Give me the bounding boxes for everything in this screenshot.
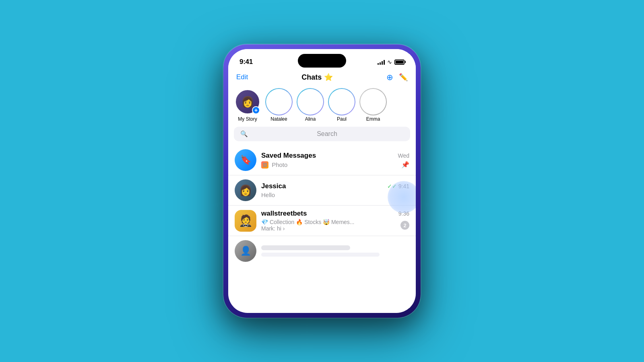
story-avatar-wrap-emma: 👩: [361, 89, 386, 114]
story-name-natalee: Natalee: [270, 116, 287, 122]
chat-name-wallstreetbets: wallstreetbets: [261, 210, 307, 218]
story-avatar-wrap-alina: 👩: [298, 89, 323, 114]
story-avatar-wrap-paul: 👨: [329, 89, 354, 114]
chat-item-partial[interactable]: 👤: [228, 236, 416, 266]
add-story-button[interactable]: ⊕: [386, 72, 393, 82]
chat-item-jessica[interactable]: 👩 Jessica ✓✓ 9:41 Hello: [228, 175, 416, 206]
status-icons: ∿: [378, 59, 405, 65]
chat-preview-jessica: Hello: [261, 191, 409, 198]
story-name-paul: Paul: [337, 116, 347, 122]
chat-time-saved: Wed: [398, 152, 409, 159]
chat-top-wallstreetbets: wallstreetbets 9:36: [261, 210, 409, 218]
header-actions: ⊕ ✏️: [386, 72, 408, 82]
partial-avatar: 👤: [235, 240, 256, 262]
double-checkmark-icon: ✓✓: [387, 183, 397, 189]
chat-list: 🔖 Saved Messages Wed 🖼 Photo 📌: [228, 145, 416, 266]
phone-mockup: 9:41 ∿ Edit Chats ⭐: [223, 44, 421, 318]
search-placeholder: Search: [250, 130, 404, 138]
story-name-emma: Emma: [366, 116, 380, 122]
stories-row: 👩 + My Story 👩‍🦱 Natalee: [228, 86, 416, 127]
story-alina[interactable]: 👩 Alina: [296, 89, 325, 122]
chat-time-wallstreetbets: 9:36: [398, 210, 409, 217]
search-bar[interactable]: 🔍 Search: [234, 127, 410, 141]
wifi-icon: ∿: [387, 59, 392, 65]
story-emma[interactable]: 👩 Emma: [359, 89, 388, 122]
chat-top-jessica: Jessica ✓✓ 9:41: [261, 182, 409, 190]
pin-icon: 📌: [401, 161, 409, 169]
partial-name-placeholder: [261, 245, 350, 250]
story-my-story[interactable]: 👩 + My Story: [233, 89, 262, 122]
chat-top-saved: Saved Messages Wed: [261, 152, 409, 160]
chat-item-wallstreetbets[interactable]: 🤵 wallstreetbets 9:36 💎 Collection 🔥 Sto…: [228, 206, 416, 236]
chat-time-jessica: 9:41: [398, 183, 409, 189]
partial-preview-placeholder: [261, 253, 380, 257]
chat-content-jessica: Jessica ✓✓ 9:41 Hello: [261, 182, 409, 198]
status-bar: 9:41 ∿: [228, 49, 416, 69]
phone-screen: 9:41 ∿ Edit Chats ⭐: [228, 49, 416, 313]
star-icon: ⭐: [324, 73, 333, 82]
search-icon: 🔍: [240, 130, 248, 138]
chat-preview-wallstreetbets: 💎 Collection 🔥 Stocks 🤯 Memes...: [261, 219, 400, 225]
chat-preview-saved: 🖼 Photo: [261, 161, 401, 169]
unread-badge-wallstreetbets: 2: [400, 221, 409, 230]
story-ring-paul: [328, 88, 355, 115]
chats-title: Chats: [301, 73, 322, 82]
story-name-alina: Alina: [305, 116, 316, 122]
header-title-group: Chats ⭐: [301, 73, 333, 82]
story-avatar-wrap-natalee: 👩‍🦱: [266, 89, 291, 114]
add-story-badge: +: [252, 106, 260, 114]
chat-item-saved[interactable]: 🔖 Saved Messages Wed 🖼 Photo 📌: [228, 145, 416, 175]
photo-thumbnail: 🖼: [261, 161, 268, 169]
story-ring-natalee: [265, 88, 293, 115]
bookmark-icon: 🔖: [240, 155, 251, 165]
chat-name-jessica: Jessica: [261, 182, 286, 190]
chat-bottom-saved: 🖼 Photo 📌: [261, 161, 409, 169]
chat-sub-preview-wallstreetbets: Mark: hi ›: [261, 225, 400, 232]
signal-icon: [378, 59, 385, 65]
saved-messages-avatar: 🔖: [235, 149, 256, 171]
story-paul[interactable]: 👨 Paul: [327, 89, 356, 122]
chat-name-saved: Saved Messages: [261, 152, 316, 160]
dynamic-island: [298, 54, 346, 68]
edit-button[interactable]: Edit: [236, 73, 248, 81]
story-avatar-wrap-my: 👩 +: [235, 89, 260, 114]
compose-button[interactable]: ✏️: [399, 73, 408, 82]
story-ring-emma: [359, 88, 387, 115]
story-ring-alina: [297, 88, 324, 115]
jessica-avatar: 👩: [235, 179, 256, 201]
chat-bottom-wallstreetbets: 💎 Collection 🔥 Stocks 🤯 Memes... Mark: h…: [261, 219, 409, 232]
app-header: Edit Chats ⭐ ⊕ ✏️: [228, 69, 416, 86]
partial-content: [261, 245, 409, 257]
battery-icon: [394, 60, 405, 65]
story-name-my: My Story: [238, 116, 257, 122]
chat-bottom-jessica: Hello: [261, 191, 409, 198]
story-natalee[interactable]: 👩‍🦱 Natalee: [264, 89, 293, 122]
chat-content-saved: Saved Messages Wed 🖼 Photo 📌: [261, 152, 409, 169]
status-time: 9:41: [239, 58, 253, 66]
wallstreetbets-avatar: 🤵: [235, 210, 256, 232]
chat-content-wallstreetbets: wallstreetbets 9:36 💎 Collection 🔥 Stock…: [261, 210, 409, 232]
